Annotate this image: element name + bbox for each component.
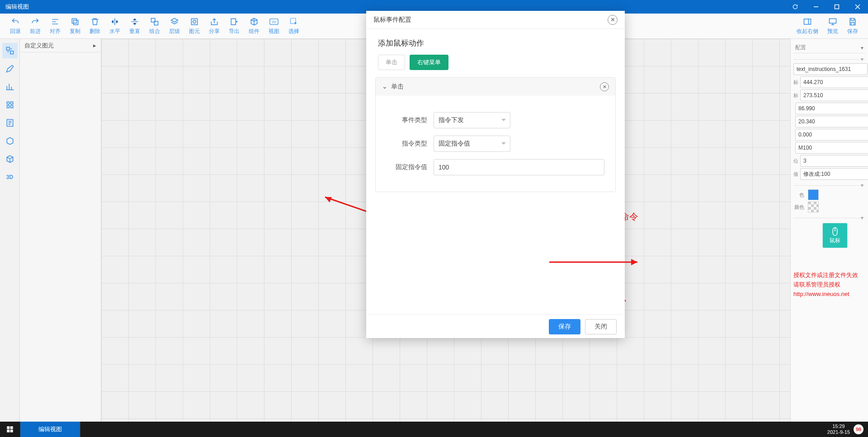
minimize-icon[interactable] bbox=[806, 0, 826, 14]
tool-preview[interactable]: 预览 bbox=[827, 17, 838, 35]
svg-rect-32 bbox=[10, 430, 13, 432]
tool-view[interactable]: 2D视图 bbox=[269, 17, 279, 35]
prop-x-input[interactable] bbox=[800, 76, 868, 88]
dialog-body: 添加鼠标动作 单击 右键菜单 ⌄ 单击 ✕ 事件类型 指令类型 固定指令值 bbox=[366, 29, 625, 315]
tool-collapse-right[interactable]: 收起右侧 bbox=[797, 17, 818, 35]
flip-h-icon bbox=[110, 17, 120, 27]
prop-name-input[interactable] bbox=[793, 63, 868, 75]
chevron-down-icon: ▾ bbox=[861, 182, 863, 188]
maximize-icon[interactable] bbox=[826, 0, 847, 14]
rail-3d-icon[interactable] bbox=[2, 133, 18, 149]
svg-rect-1 bbox=[835, 5, 839, 9]
save-icon bbox=[848, 17, 858, 27]
tool-delete[interactable]: 删除 bbox=[90, 17, 100, 35]
prop-y-input[interactable] bbox=[800, 89, 868, 101]
prop-digits-input[interactable] bbox=[800, 155, 868, 167]
cube-icon bbox=[249, 17, 259, 27]
tool-graphic[interactable]: 图元 bbox=[189, 17, 200, 35]
bgcolor-swatch[interactable] bbox=[808, 202, 819, 212]
chevron-right-icon: ▸ bbox=[93, 42, 96, 49]
cursor-icon bbox=[289, 17, 299, 27]
close-icon[interactable] bbox=[847, 0, 868, 14]
notification-badge[interactable]: 98 bbox=[854, 424, 863, 434]
tool-horiz[interactable]: 水平 bbox=[109, 17, 120, 35]
prop-tag-input[interactable] bbox=[795, 142, 868, 154]
tool-share[interactable]: 分享 bbox=[209, 17, 220, 35]
cmd-type-select[interactable] bbox=[434, 136, 510, 152]
tool-select[interactable]: 选择 bbox=[288, 17, 299, 35]
dialog-save-button[interactable]: 保存 bbox=[549, 319, 580, 334]
rail-custom-icon[interactable] bbox=[2, 43, 18, 58]
taskbar-clock[interactable]: 15:29 2021-9-15 bbox=[827, 423, 850, 435]
fixed-value-input[interactable] bbox=[434, 159, 604, 175]
prop-h-input[interactable] bbox=[795, 116, 868, 127]
tab-click[interactable]: 单击 bbox=[378, 55, 405, 70]
tool-align[interactable]: 对齐 bbox=[50, 17, 61, 35]
export-icon bbox=[229, 17, 239, 27]
tool-save[interactable]: 保存 bbox=[847, 17, 858, 35]
mouse-event-dialog: 鼠标事件配置 ✕ 添加鼠标动作 单击 右键菜单 ⌄ 单击 ✕ 事件类型 指令类型 bbox=[366, 11, 625, 338]
dialog-close-button-footer[interactable]: 关闭 bbox=[585, 319, 617, 334]
start-button[interactable] bbox=[0, 422, 20, 437]
panel-icon bbox=[802, 17, 812, 27]
chevron-down-icon: ▾ bbox=[861, 56, 863, 62]
align-icon bbox=[50, 17, 60, 27]
tool-vert[interactable]: 垂直 bbox=[129, 17, 140, 35]
share-icon bbox=[209, 17, 219, 27]
chevron-down-icon: ▾ bbox=[861, 215, 863, 221]
redo-icon bbox=[30, 17, 40, 27]
rail-form-icon[interactable] bbox=[2, 115, 18, 131]
event-mouse-button[interactable]: 鼠标 bbox=[822, 223, 848, 248]
rail-3d2-icon[interactable] bbox=[2, 151, 18, 167]
svg-point-7 bbox=[193, 20, 196, 23]
taskbar-app[interactable]: 编辑视图 bbox=[20, 422, 80, 437]
tool-copy[interactable]: 复制 bbox=[70, 17, 80, 35]
dialog-header: 鼠标事件配置 ✕ bbox=[366, 11, 625, 29]
prop-w-input[interactable] bbox=[795, 103, 868, 114]
trash-icon bbox=[90, 17, 100, 27]
cmd-type-label: 指令类型 bbox=[387, 140, 427, 148]
taskbar: 编辑视图 15:29 2021-9-15 98 bbox=[0, 422, 868, 437]
copy-icon bbox=[70, 17, 80, 27]
svg-rect-31 bbox=[7, 430, 9, 432]
color-swatch[interactable] bbox=[808, 189, 819, 200]
license-link[interactable]: http://www.ineuos.net bbox=[793, 291, 849, 297]
dialog-close-button[interactable]: ✕ bbox=[608, 15, 618, 25]
undo-icon bbox=[10, 17, 20, 27]
chevron-down-icon: ▾ bbox=[861, 45, 863, 51]
group-icon bbox=[150, 17, 160, 27]
refresh-icon[interactable] bbox=[785, 0, 806, 14]
tool-combine[interactable]: 组合 bbox=[149, 17, 160, 35]
svg-rect-15 bbox=[10, 51, 13, 54]
rail-chart-icon[interactable] bbox=[2, 79, 18, 94]
mouse-icon bbox=[830, 227, 840, 237]
layer-icon bbox=[170, 17, 179, 27]
tool-redo[interactable]: 前进 bbox=[30, 17, 41, 35]
left-rail: 3D bbox=[0, 39, 20, 422]
section-remove-button[interactable]: ✕ bbox=[600, 82, 609, 91]
tool-component[interactable]: 组件 bbox=[249, 17, 259, 35]
svg-rect-11 bbox=[804, 19, 811, 24]
flip-v-icon bbox=[130, 17, 140, 27]
rp-header[interactable]: 配置▾ bbox=[793, 42, 865, 53]
prop-text-input[interactable] bbox=[800, 168, 868, 180]
tool-layer[interactable]: 层级 bbox=[169, 17, 180, 35]
license-warning: 授权文件或注册文件失效 请联系管理员授权 http://www.ineuos.n… bbox=[793, 271, 865, 299]
section-header[interactable]: ⌄ 单击 ✕ bbox=[376, 78, 615, 96]
rail-pen-icon[interactable] bbox=[2, 61, 18, 76]
rail-3d-text-icon[interactable]: 3D bbox=[2, 169, 18, 185]
event-type-select[interactable] bbox=[434, 112, 510, 128]
rail-puzzle-icon[interactable] bbox=[2, 97, 18, 113]
left-panel-header[interactable]: 自定义图元 ▸ bbox=[20, 39, 101, 52]
tool-undo[interactable]: 回退 bbox=[10, 17, 21, 35]
dialog-section-click: ⌄ 单击 ✕ 事件类型 指令类型 固定指令值 bbox=[375, 77, 616, 192]
dialog-footer: 保存 关闭 bbox=[366, 315, 625, 338]
tool-export[interactable]: 导出 bbox=[229, 17, 240, 35]
tab-context-menu[interactable]: 右键菜单 bbox=[410, 55, 448, 70]
prop-r-input[interactable] bbox=[795, 129, 868, 141]
event-type-label: 事件类型 bbox=[387, 116, 427, 124]
svg-rect-2 bbox=[74, 20, 78, 25]
svg-rect-6 bbox=[191, 19, 197, 24]
view-2d-icon: 2D bbox=[269, 17, 279, 27]
dialog-title: 鼠标事件配置 bbox=[373, 16, 411, 24]
